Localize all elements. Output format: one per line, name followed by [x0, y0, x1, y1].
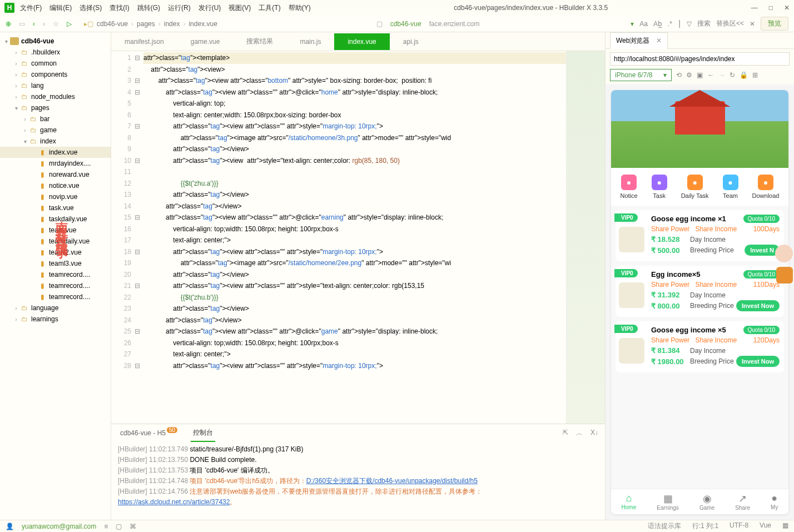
tree-item[interactable]: ▮teamrecord.... — [0, 280, 111, 291]
collapse-icon[interactable]: ︿ — [576, 429, 583, 438]
tree-root[interactable]: ▾ cdb46-vue — [0, 36, 111, 47]
console-tab-output[interactable]: 控制台 — [191, 425, 215, 442]
new-file-icon[interactable]: ⊕ — [6, 20, 11, 28]
share-power[interactable]: Share Power — [651, 336, 689, 344]
invest-button[interactable]: Invest Now — [736, 356, 780, 367]
tree-item[interactable]: ▮teamrecord.... — [0, 269, 111, 280]
editor-tab[interactable]: api.js — [390, 33, 432, 50]
share-power[interactable]: Share Power — [651, 281, 689, 289]
share-income[interactable]: Share Income — [695, 336, 737, 344]
forward-icon[interactable]: › — [43, 20, 45, 28]
support-avatar[interactable] — [775, 245, 788, 262]
syntax-hint[interactable]: 语法提示库 — [648, 521, 681, 531]
menu-item[interactable]: 发行(U) — [198, 3, 221, 13]
share-income[interactable]: Share Income — [695, 225, 737, 233]
encoding[interactable]: UTF-8 — [730, 521, 748, 531]
tree-item[interactable]: ›🗀common — [0, 58, 111, 69]
star-icon[interactable]: ☆ — [53, 20, 59, 28]
tree-item[interactable]: ▮team.vue — [0, 225, 111, 236]
share-power[interactable]: Share Power — [651, 225, 689, 233]
crumb[interactable]: pages — [137, 20, 155, 28]
menu-item[interactable]: 帮助(Y) — [289, 3, 311, 13]
tree-item[interactable]: ▾🗀pages — [0, 102, 111, 113]
nav-item[interactable]: ▦Earnings — [657, 493, 678, 511]
menu-item[interactable]: 跳转(G) — [137, 3, 160, 13]
close-icon[interactable]: ✕ — [784, 4, 790, 12]
replace-label[interactable]: 替换区<< — [716, 19, 744, 28]
app-menu-item[interactable]: ●Download — [752, 175, 780, 199]
rotate-icon[interactable]: ⟲ — [676, 71, 682, 79]
forward-nav-icon[interactable]: → — [718, 71, 725, 79]
tree-item[interactable]: ▮novip.vue — [0, 191, 111, 202]
nav-item[interactable]: ◉Game — [699, 493, 714, 511]
list-icon[interactable]: ≡ — [104, 523, 108, 530]
tree-item[interactable]: ▮mrdayindex.... — [0, 158, 111, 169]
product-card[interactable]: VIP0 Goose egg income ×5Quota 0/10 Share… — [616, 321, 784, 372]
code-editor[interactable]: 1234567891011121314151617181920212223242… — [111, 51, 605, 424]
tree-item[interactable]: ▮teamrecord.... — [0, 291, 111, 302]
menu-item[interactable]: 查找(I) — [110, 3, 129, 13]
device-selector[interactable]: iPhone 6/7/8▾ — [610, 69, 672, 81]
share-income[interactable]: Share Income — [695, 281, 737, 289]
grid-icon[interactable]: ⊞ — [752, 71, 758, 79]
close-tab-icon[interactable]: ✕ — [656, 37, 662, 44]
search-label[interactable]: 搜索 — [697, 19, 711, 28]
export-icon[interactable]: ⇱ — [563, 429, 568, 438]
crumb[interactable]: cdb46-vue — [97, 20, 128, 28]
tree-item[interactable]: ▮noreward.vue — [0, 169, 111, 180]
outline-icon[interactable]: ▢ — [116, 523, 122, 530]
tree-item[interactable]: ›🗀language — [0, 302, 111, 314]
sync-icon[interactable]: 👤 — [6, 523, 14, 530]
browser-tab[interactable]: Web浏览器 ✕ — [610, 32, 668, 49]
tree-item[interactable]: ›🗀.hbuilderx — [0, 47, 111, 58]
editor-tab[interactable]: index.vue — [334, 33, 389, 50]
filter-icon[interactable]: ▽ — [687, 20, 692, 28]
tree-item[interactable]: ›🗀game — [0, 125, 111, 136]
fold-gutter[interactable]: ⊟ ⊟⊟ ⊟ ⊟ ⊟ ⊟ ⊟ ⊟ ⊟ — [135, 51, 143, 424]
product-card[interactable]: VIP0 Goose egg income ×1Quota 0/10 Share… — [616, 210, 784, 261]
float-badge[interactable] — [776, 267, 788, 284]
nav-item[interactable]: ⌂Home — [622, 493, 637, 511]
console-output[interactable]: [HBuilder] 11:02:13.749 static/treasure/… — [111, 442, 605, 520]
menu-item[interactable]: 编辑(E) — [49, 3, 72, 13]
project-label[interactable]: cdb46-vue — [390, 20, 421, 28]
tree-item[interactable]: ▮taskdaily.vue — [0, 213, 111, 225]
minimize-icon[interactable]: — — [751, 4, 758, 12]
menu-item[interactable]: 文件(F) — [20, 3, 42, 13]
product-card[interactable]: VIP0 Egg income×5Quota 0/10 Share PowerS… — [616, 266, 784, 317]
tree-item[interactable]: ▮teaml3.vue — [0, 258, 111, 269]
editor-tab[interactable]: game.vue — [177, 33, 234, 50]
tree-item[interactable]: ▮teaml2.vue — [0, 247, 111, 258]
gear-icon[interactable]: ⚙ — [686, 71, 692, 79]
invest-button[interactable]: Invest Now — [736, 300, 780, 311]
crumb[interactable]: index.vue — [188, 20, 217, 28]
menu-item[interactable]: 运行(R) — [168, 3, 191, 13]
app-menu-item[interactable]: ●Daily Task — [681, 175, 709, 199]
app-menu-item[interactable]: ●Team — [723, 175, 738, 199]
preview-button[interactable]: 预览 — [761, 17, 788, 31]
minimap[interactable] — [566, 51, 605, 424]
tree-item[interactable]: ›🗀lang — [0, 80, 111, 91]
tree-item[interactable]: ▮notice.vue — [0, 180, 111, 191]
nav-item[interactable]: ↗Share — [735, 493, 750, 511]
grid-status-icon[interactable]: ▦ — [782, 521, 788, 531]
console-tab-project[interactable]: cdb46-vue - H5 — [118, 426, 180, 440]
back-nav-icon[interactable]: ← — [707, 71, 714, 79]
tree-item[interactable]: ▾🗀index — [0, 136, 111, 147]
terminal-icon[interactable]: ⌘ — [130, 523, 136, 530]
code-area[interactable]: attr">class="tag"><template> attr">class… — [143, 51, 566, 424]
url-input[interactable] — [610, 52, 790, 66]
regex-icon[interactable]: .* — [668, 20, 672, 28]
screenshot-icon[interactable]: ▣ — [697, 71, 703, 79]
tree-item[interactable]: ›🗀bar — [0, 113, 111, 125]
maximize-icon[interactable]: □ — [769, 4, 773, 12]
menu-item[interactable]: 选择(S) — [80, 3, 102, 13]
tool-icon[interactable]: ▢ — [376, 20, 383, 28]
tree-item[interactable]: ›🗀node_modules — [0, 91, 111, 102]
face-label[interactable]: face.enzient.com — [429, 20, 480, 28]
menu-item[interactable]: 工具(T) — [259, 3, 280, 13]
ab-icon[interactable]: Ab̲ — [653, 20, 662, 28]
aa-icon[interactable]: Aa — [639, 20, 648, 28]
close-search-icon[interactable]: ✕ — [750, 20, 755, 28]
user-email[interactable]: yuamawcom@gmail.com — [22, 523, 96, 530]
